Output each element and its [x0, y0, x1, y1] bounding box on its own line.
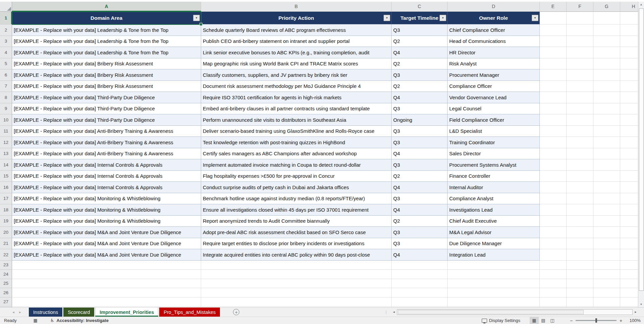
new-sheet-button[interactable]: +	[233, 309, 239, 315]
zoom-slider[interactable]	[576, 320, 617, 321]
display-settings-button[interactable]: Display Settings	[482, 318, 520, 323]
sheet-tab-scorecard[interactable]: Scorecard	[63, 308, 94, 317]
cell-H9[interactable]	[620, 103, 638, 115]
cell-B4[interactable]: Link senior executive bonuses to ABC KPI…	[201, 47, 392, 58]
cell-E2[interactable]	[540, 24, 567, 36]
vertical-scroll-thumb[interactable]	[639, 8, 644, 291]
row-header-15[interactable]: 15	[0, 171, 12, 182]
accessibility-status[interactable]: Accessibility: Investigate	[57, 318, 109, 323]
cell-E26[interactable]	[540, 288, 567, 298]
cell-B26[interactable]	[201, 288, 392, 298]
header-cell-A1[interactable]: Domain Area▾	[12, 12, 201, 24]
cell-B3[interactable]: Publish CEO anti-bribery statement on in…	[201, 36, 392, 47]
row-header-25[interactable]: 25	[0, 279, 12, 288]
column-header-F[interactable]: F	[567, 2, 593, 12]
cell-A27[interactable]	[12, 298, 201, 307]
cell-A6[interactable]: [EXAMPLE - Replace with your data] Bribe…	[12, 69, 201, 81]
cell-E12[interactable]	[540, 137, 567, 148]
cell-H27[interactable]	[620, 298, 638, 307]
cell-H21[interactable]	[620, 238, 638, 250]
cell-D24[interactable]	[448, 270, 540, 279]
cell-F1[interactable]	[567, 12, 593, 24]
select-all-button[interactable]	[0, 2, 12, 12]
cell-E10[interactable]	[540, 114, 567, 126]
cell-E15[interactable]	[540, 171, 567, 182]
row-header-18[interactable]: 18	[0, 204, 12, 216]
cell-C27[interactable]	[392, 298, 448, 307]
row-header-5[interactable]: 5	[0, 58, 12, 70]
cell-G9[interactable]	[593, 103, 620, 115]
cell-A19[interactable]: [EXAMPLE - Replace with your data] Monit…	[12, 216, 201, 227]
cell-F7[interactable]	[567, 81, 593, 92]
row-header-1[interactable]: 1	[0, 12, 12, 24]
row-header-16[interactable]: 16	[0, 182, 12, 193]
cell-E22[interactable]	[540, 249, 567, 261]
cell-H5[interactable]	[620, 58, 638, 70]
cell-D17[interactable]: Compliance Analyst	[448, 193, 540, 205]
cell-C4[interactable]: Q4	[392, 47, 448, 58]
cell-A18[interactable]: [EXAMPLE - Replace with your data] Monit…	[12, 204, 201, 216]
cell-G13[interactable]	[593, 148, 620, 160]
cell-A7[interactable]: [EXAMPLE - Replace with your data] Bribe…	[12, 81, 201, 92]
sheet-tab-pro_tips_and_mistakes[interactable]: Pro_Tips_and_Mistakes	[159, 308, 220, 317]
cell-A13[interactable]: [EXAMPLE - Replace with your data] Anti-…	[12, 148, 201, 160]
cell-E18[interactable]	[540, 204, 567, 216]
cell-C25[interactable]	[392, 279, 448, 288]
cell-F11[interactable]	[567, 126, 593, 137]
cell-A25[interactable]	[12, 279, 201, 288]
cell-C17[interactable]: Q3	[392, 193, 448, 205]
cell-G26[interactable]	[593, 288, 620, 298]
cell-G20[interactable]	[593, 227, 620, 238]
cell-H14[interactable]	[620, 159, 638, 171]
cell-H17[interactable]	[620, 193, 638, 205]
cell-H23[interactable]	[620, 261, 638, 270]
cell-D20[interactable]: M&A Legal Advisor	[448, 227, 540, 238]
cell-D3[interactable]: Head of Communications	[448, 36, 540, 47]
cell-F26[interactable]	[567, 288, 593, 298]
tab-scroll-right-icon[interactable]: ►	[17, 311, 23, 314]
row-header-20[interactable]: 20	[0, 227, 12, 238]
cell-A22[interactable]: [EXAMPLE - Replace with your data] M&A a…	[12, 249, 201, 261]
cell-D14[interactable]: Procurement Systems Analyst	[448, 159, 540, 171]
row-header-26[interactable]: 26	[0, 288, 12, 298]
row-header-22[interactable]: 22	[0, 249, 12, 261]
cell-G12[interactable]	[593, 137, 620, 148]
cell-A5[interactable]: [EXAMPLE - Replace with your data] Bribe…	[12, 58, 201, 70]
cell-F15[interactable]	[567, 171, 593, 182]
cell-E20[interactable]	[540, 227, 567, 238]
cell-C9[interactable]: Q3	[392, 103, 448, 115]
row-header-2[interactable]: 2	[0, 24, 12, 36]
cell-G10[interactable]	[593, 114, 620, 126]
view-page-layout-button[interactable]: ▤	[539, 317, 548, 324]
header-cell-B1[interactable]: Priority Action▾	[201, 12, 392, 24]
cell-D5[interactable]: Risk Analyst	[448, 58, 540, 70]
cell-G25[interactable]	[593, 279, 620, 288]
row-header-27[interactable]: 27	[0, 298, 12, 307]
cell-H7[interactable]	[620, 81, 638, 92]
cell-A24[interactable]	[12, 270, 201, 279]
cell-D19[interactable]: Chief Audit Executive	[448, 216, 540, 227]
cell-C23[interactable]	[392, 261, 448, 270]
cell-G8[interactable]	[593, 92, 620, 103]
column-header-A[interactable]: A	[12, 2, 201, 12]
scroll-up-icon[interactable]: ▲	[638, 2, 644, 7]
cell-E6[interactable]	[540, 69, 567, 81]
horizontal-scroll-thumb[interactable]	[398, 310, 584, 314]
cell-H6[interactable]	[620, 69, 638, 81]
scroll-left-icon[interactable]: ◄	[391, 311, 397, 314]
cell-D12[interactable]: Training Coordinator	[448, 137, 540, 148]
cell-B8[interactable]: Require ISO 37001 certification for agen…	[201, 92, 392, 103]
cell-E25[interactable]	[540, 279, 567, 288]
cell-C10[interactable]: Ongoing	[392, 114, 448, 126]
sheet-tab-improvement_priorities[interactable]: Improvement_Priorities	[95, 308, 158, 317]
cell-E19[interactable]	[540, 216, 567, 227]
cell-B7[interactable]: Document risk assessment methodology per…	[201, 81, 392, 92]
cell-A26[interactable]	[12, 288, 201, 298]
cell-E1[interactable]	[540, 12, 567, 24]
row-header-23[interactable]: 23	[0, 261, 12, 270]
cell-D25[interactable]	[448, 279, 540, 288]
cell-A2[interactable]: [EXAMPLE - Replace with your data] Leade…	[12, 24, 201, 36]
cell-H2[interactable]	[620, 24, 638, 36]
cell-A17[interactable]: [EXAMPLE - Replace with your data] Monit…	[12, 193, 201, 205]
cell-F13[interactable]	[567, 148, 593, 160]
